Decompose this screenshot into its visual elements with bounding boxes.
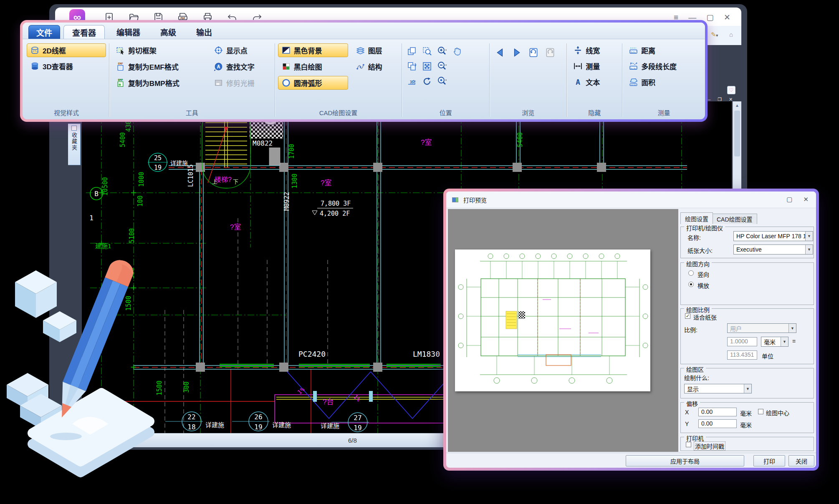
tab-plot-settings[interactable]: 绘图设置 [680,212,713,224]
timestamp-checkbox[interactable] [686,442,691,447]
smooth-arcs-icon [281,78,291,88]
cube-small [43,311,76,342]
rotate-35-icon[interactable]: 35° [405,74,419,88]
btn-smooth-arcs[interactable]: 圆滑弧形 [278,76,348,90]
plot-what-select[interactable]: 显示▼ [684,384,752,393]
zoom-object-icon[interactable] [435,74,449,88]
dialog-title: 打印预览 [463,196,487,204]
zoom-out-icon[interactable] [435,59,449,73]
copy-position-icon[interactable] [405,59,419,73]
svg-text:EMF: EMF [118,62,123,66]
btn-distance[interactable]: 距离 [625,43,703,57]
stage: ∞ PDF ≡ — ▢ ✕ ✎▾ ⌂ 收藏夹 [0,0,839,504]
btn-copy-emf[interactable]: EMF 复制为EMF格式 [112,60,206,73]
scale-value-input[interactable]: 1.0000 [727,337,757,346]
prev-sheet-icon[interactable] [528,47,539,58]
btn-polyline-length[interactable]: 多段线长度 [625,59,703,73]
scrollbar-thumb[interactable] [734,111,740,156]
maximize-button[interactable]: ▢ [706,13,714,21]
group-visual-styles: 2D线框 3D查看器 视觉样式 [27,42,106,118]
pan-hand-icon[interactable] [450,44,464,58]
btn-black-background[interactable]: 黑色背景 [278,43,348,57]
chevron-down-icon: ▼ [805,232,813,241]
back-icon[interactable] [494,47,506,58]
copy-view-icon[interactable] [405,44,419,58]
chevron-down-icon: ▼ [788,324,796,333]
dialog-maximize-button[interactable]: ▢ [786,196,792,203]
svg-text:100: 100 [136,195,144,207]
scale-type-select[interactable]: 用户▼ [727,323,796,333]
tab-advanced[interactable]: 高级 [152,25,184,39]
btn-text[interactable]: A 文本 [570,75,619,89]
svg-text:1300: 1300 [291,174,298,189]
svg-text:?室: ?室 [321,179,331,187]
btn-area[interactable]: 面积 [625,75,703,89]
svg-text:27: 27 [354,414,361,422]
fit-paper-checkbox[interactable]: ✓ [685,313,690,319]
svg-text:19: 19 [354,424,361,432]
btn-structure[interactable]: 结构 [352,60,386,73]
paper-size-select[interactable]: Executive▼ [733,244,813,255]
group-tools: 剪切框架 EMF 复制为EMF格式 BMP 复制为BMP格式 [112,42,272,118]
offset-y-input[interactable]: 0.00 [698,419,737,428]
layers-icon [356,45,365,55]
btn-layers[interactable]: 图层 [352,43,386,57]
print-button[interactable]: 打印 [753,455,785,466]
mdi-window-controls[interactable]: ‒ ❐ ✕ [708,97,735,102]
emf-format-icon: EMF [116,62,125,71]
btn-find-text[interactable]: A 查找文字 [210,60,258,73]
close-dialog-button[interactable]: 关闭 [788,455,814,466]
fit-view-icon[interactable] [420,59,434,73]
tab-cad-plot-settings[interactable]: CAD绘图设置 [712,214,757,224]
scroll-up-icon[interactable]: ▲ [733,101,741,110]
svg-text:PC2420: PC2420 [298,350,326,358]
tab-file[interactable]: 文件 [28,25,60,39]
close-button[interactable]: ✕ [724,13,730,21]
svg-text:M0822: M0822 [253,139,273,147]
svg-text:10500: 10500 [101,177,109,196]
svg-text:25: 25 [154,154,162,162]
offset-x-input[interactable]: 0.00 [698,408,737,416]
group-position: 35° 位置 [405,42,486,118]
dialog-close-icon[interactable]: ✕ [803,196,809,203]
svg-text:PDF: PDF [180,16,185,20]
group-hide: 线宽 测量 A 文本 隐藏 [570,42,619,118]
svg-text:A: A [217,63,220,70]
btn-measure[interactable]: 测量 [570,59,619,73]
btn-trim-raster[interactable]: 修剪光栅 [210,76,258,90]
scale-unit-select[interactable]: 毫米▼ [761,337,788,347]
sidebar-tab-favorites[interactable]: 收藏夹 [68,123,81,165]
zoom-in-icon[interactable] [435,44,449,58]
print-preview-dialog: 打印预览 ▢ ✕ [443,189,819,471]
apply-to-layout-button[interactable]: 应用于布局 [626,455,744,466]
tab-viewer[interactable]: 查看器 [63,25,105,39]
radio-landscape[interactable] [688,282,694,287]
btn-2d-wireframe[interactable]: 2D线框 [27,43,106,57]
printer-name-select[interactable]: HP Color Laser MFP 178 179▼ [733,231,813,241]
annotate-pencil-icon[interactable]: ✎▾ [711,31,718,38]
heart-icon[interactable]: ♡ [727,86,735,94]
area-icon [629,77,638,87]
scale-units-input[interactable]: 113.4351 [727,350,757,360]
radio-portrait[interactable] [688,270,694,276]
svg-text:1000: 1000 [138,172,145,187]
svg-text:B: B [94,190,99,198]
tab-output[interactable]: 输出 [188,25,220,39]
btn-clip-frame[interactable]: 剪切框架 [112,43,206,57]
next-sheet-icon[interactable] [544,47,556,58]
btn-copy-bmp[interactable]: BMP 复制为BMP格式 [112,76,206,90]
tab-editor[interactable]: 编辑器 [108,25,149,39]
zoom-selection-icon[interactable] [420,44,434,58]
home-icon[interactable]: ⌂ [729,31,733,38]
btn-show-points[interactable]: 显示点 [210,43,258,57]
svg-text:1700: 1700 [288,144,296,159]
forward-icon[interactable] [511,47,523,58]
btn-line-width[interactable]: 线宽 [570,43,619,57]
svg-text:1: 1 [89,214,94,222]
btn-bw-drawing[interactable]: 黑白绘图 [278,60,348,73]
plot-center-checkbox[interactable] [758,409,763,414]
rotate-view-icon[interactable] [420,74,434,88]
btn-3d-viewer[interactable]: 3D查看器 [27,59,106,73]
pencil-illustration [3,238,159,504]
svg-text:22: 22 [187,413,195,421]
